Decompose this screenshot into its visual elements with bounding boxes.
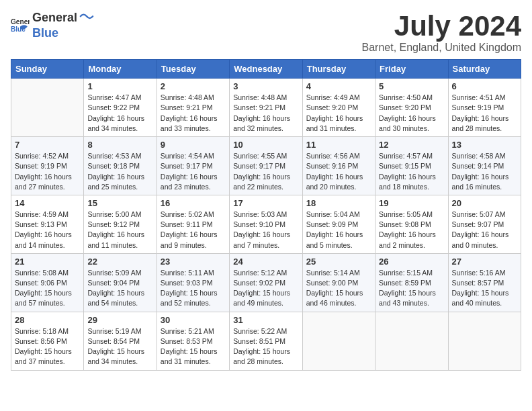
daylight-text: Daylight: 15 hours and 31 minutes. xyxy=(161,347,218,365)
daylight-text: Daylight: 15 hours and 40 minutes. xyxy=(452,289,509,307)
sunset-text: Sunset: 9:04 PM xyxy=(87,279,140,287)
day-number: 10 xyxy=(233,140,298,150)
logo-wave-icon xyxy=(79,11,94,21)
calendar-week-row: 1 Sunrise: 4:47 AM Sunset: 9:22 PM Dayli… xyxy=(11,79,521,137)
daylight-text: Daylight: 16 hours and 7 minutes. xyxy=(233,230,290,248)
svg-text:General: General xyxy=(11,18,30,26)
day-info: Sunrise: 4:48 AM Sunset: 9:21 PM Dayligh… xyxy=(233,93,298,134)
sunrise-text: Sunrise: 5:19 AM xyxy=(87,327,141,335)
calendar-cell: 27 Sunrise: 5:16 AM Sunset: 8:57 PM Dayl… xyxy=(448,253,521,312)
day-info: Sunrise: 4:52 AM Sunset: 9:19 PM Dayligh… xyxy=(15,151,80,192)
daylight-text: Daylight: 16 hours and 16 minutes. xyxy=(452,173,509,191)
sunset-text: Sunset: 8:56 PM xyxy=(15,337,67,345)
calendar-cell: 30 Sunrise: 5:21 AM Sunset: 8:53 PM Dayl… xyxy=(157,312,229,370)
calendar-cell: 8 Sunrise: 4:53 AM Sunset: 9:18 PM Dayli… xyxy=(84,137,157,195)
day-number: 29 xyxy=(87,315,152,325)
day-number: 26 xyxy=(379,257,444,267)
calendar-week-row: 14 Sunrise: 4:59 AM Sunset: 9:13 PM Dayl… xyxy=(11,195,521,253)
day-info: Sunrise: 5:14 AM Sunset: 9:00 PM Dayligh… xyxy=(306,268,371,309)
sunset-text: Sunset: 9:22 PM xyxy=(87,103,140,111)
sunrise-text: Sunrise: 4:53 AM xyxy=(87,152,141,160)
sunrise-text: Sunrise: 5:22 AM xyxy=(233,327,287,335)
day-info: Sunrise: 4:56 AM Sunset: 9:16 PM Dayligh… xyxy=(306,151,371,192)
calendar-cell: 11 Sunrise: 4:56 AM Sunset: 9:16 PM Dayl… xyxy=(302,137,375,195)
day-number: 22 xyxy=(87,257,152,267)
header: General Blue General Blue July 2024 Barn… xyxy=(11,11,521,54)
day-number: 18 xyxy=(306,198,371,208)
sunrise-text: Sunrise: 5:16 AM xyxy=(452,269,506,277)
daylight-text: Daylight: 16 hours and 0 minutes. xyxy=(452,230,509,248)
sunrise-text: Sunrise: 5:07 AM xyxy=(452,210,506,218)
daylight-text: Daylight: 15 hours and 54 minutes. xyxy=(87,289,144,307)
day-number: 21 xyxy=(15,257,80,267)
sunset-text: Sunset: 9:19 PM xyxy=(15,162,67,170)
weekday-header-monday: Monday xyxy=(84,60,157,79)
day-number: 17 xyxy=(233,198,298,208)
sunset-text: Sunset: 8:57 PM xyxy=(452,279,504,287)
calendar-cell: 14 Sunrise: 4:59 AM Sunset: 9:13 PM Dayl… xyxy=(11,195,84,253)
calendar-cell: 26 Sunrise: 5:15 AM Sunset: 8:59 PM Dayl… xyxy=(375,253,448,312)
calendar-table: SundayMondayTuesdayWednesdayThursdayFrid… xyxy=(11,59,521,370)
daylight-text: Daylight: 16 hours and 11 minutes. xyxy=(87,230,144,248)
sunset-text: Sunset: 9:11 PM xyxy=(161,220,213,228)
sunset-text: Sunset: 8:53 PM xyxy=(161,337,213,345)
calendar-cell: 17 Sunrise: 5:03 AM Sunset: 9:10 PM Dayl… xyxy=(230,195,302,253)
day-info: Sunrise: 4:47 AM Sunset: 9:22 PM Dayligh… xyxy=(87,93,152,134)
day-info: Sunrise: 5:11 AM Sunset: 9:03 PM Dayligh… xyxy=(161,268,226,309)
day-info: Sunrise: 5:09 AM Sunset: 9:04 PM Dayligh… xyxy=(87,268,152,309)
daylight-text: Daylight: 16 hours and 34 minutes. xyxy=(87,114,144,132)
daylight-text: Daylight: 15 hours and 49 minutes. xyxy=(233,289,290,307)
sunset-text: Sunset: 9:13 PM xyxy=(15,220,67,228)
calendar-cell: 29 Sunrise: 5:19 AM Sunset: 8:54 PM Dayl… xyxy=(84,312,157,370)
calendar-cell xyxy=(302,312,375,370)
day-info: Sunrise: 5:19 AM Sunset: 8:54 PM Dayligh… xyxy=(87,326,152,367)
sunset-text: Sunset: 9:16 PM xyxy=(306,162,359,170)
sunset-text: Sunset: 9:17 PM xyxy=(233,162,285,170)
daylight-text: Daylight: 15 hours and 52 minutes. xyxy=(161,289,218,307)
sunrise-text: Sunrise: 5:02 AM xyxy=(161,210,214,218)
sunrise-text: Sunrise: 5:15 AM xyxy=(379,269,433,277)
calendar-cell: 6 Sunrise: 4:51 AM Sunset: 9:19 PM Dayli… xyxy=(448,79,521,137)
sunrise-text: Sunrise: 4:48 AM xyxy=(233,93,287,101)
daylight-text: Daylight: 15 hours and 43 minutes. xyxy=(379,289,436,307)
sunset-text: Sunset: 9:21 PM xyxy=(161,103,213,111)
sunset-text: Sunset: 9:12 PM xyxy=(87,220,140,228)
day-info: Sunrise: 5:00 AM Sunset: 9:12 PM Dayligh… xyxy=(87,210,152,250)
sunrise-text: Sunrise: 5:21 AM xyxy=(161,327,214,335)
day-number: 16 xyxy=(161,198,226,208)
sunset-text: Sunset: 9:15 PM xyxy=(379,162,431,170)
sunset-text: Sunset: 9:18 PM xyxy=(87,162,140,170)
day-number: 19 xyxy=(379,198,444,208)
logo-icon: General Blue xyxy=(11,16,30,35)
calendar-cell: 16 Sunrise: 5:02 AM Sunset: 9:11 PM Dayl… xyxy=(157,195,229,253)
calendar-cell: 20 Sunrise: 5:07 AM Sunset: 9:07 PM Dayl… xyxy=(448,195,521,253)
sunrise-text: Sunrise: 4:59 AM xyxy=(15,210,69,218)
sunrise-text: Sunrise: 4:58 AM xyxy=(452,152,506,160)
sunrise-text: Sunrise: 4:47 AM xyxy=(87,93,141,101)
sunset-text: Sunset: 8:54 PM xyxy=(87,337,140,345)
calendar-cell: 5 Sunrise: 4:50 AM Sunset: 9:20 PM Dayli… xyxy=(375,79,448,137)
sunrise-text: Sunrise: 4:50 AM xyxy=(379,93,433,101)
calendar-cell: 28 Sunrise: 5:18 AM Sunset: 8:56 PM Dayl… xyxy=(11,312,84,370)
sunrise-text: Sunrise: 4:48 AM xyxy=(161,93,214,101)
sunrise-text: Sunrise: 4:52 AM xyxy=(15,152,69,160)
calendar-cell: 4 Sunrise: 4:49 AM Sunset: 9:20 PM Dayli… xyxy=(302,79,375,137)
sunrise-text: Sunrise: 4:49 AM xyxy=(306,93,360,101)
calendar-week-row: 21 Sunrise: 5:08 AM Sunset: 9:06 PM Dayl… xyxy=(11,253,521,312)
sunset-text: Sunset: 9:19 PM xyxy=(452,103,504,111)
day-info: Sunrise: 5:02 AM Sunset: 9:11 PM Dayligh… xyxy=(161,210,226,250)
day-info: Sunrise: 5:08 AM Sunset: 9:06 PM Dayligh… xyxy=(15,268,80,309)
day-info: Sunrise: 5:22 AM Sunset: 8:51 PM Dayligh… xyxy=(233,326,298,367)
weekday-header-sunday: Sunday xyxy=(11,60,84,79)
day-number: 4 xyxy=(306,81,371,91)
calendar-week-row: 7 Sunrise: 4:52 AM Sunset: 9:19 PM Dayli… xyxy=(11,137,521,195)
sunrise-text: Sunrise: 4:57 AM xyxy=(379,152,433,160)
day-info: Sunrise: 5:03 AM Sunset: 9:10 PM Dayligh… xyxy=(233,210,298,250)
daylight-text: Daylight: 15 hours and 46 minutes. xyxy=(306,289,363,307)
sunrise-text: Sunrise: 4:54 AM xyxy=(161,152,214,160)
sunrise-text: Sunrise: 5:12 AM xyxy=(233,269,287,277)
calendar-cell xyxy=(11,79,84,137)
daylight-text: Daylight: 16 hours and 27 minutes. xyxy=(15,173,72,191)
svg-text:Blue: Blue xyxy=(11,26,26,33)
calendar-cell: 21 Sunrise: 5:08 AM Sunset: 9:06 PM Dayl… xyxy=(11,253,84,312)
